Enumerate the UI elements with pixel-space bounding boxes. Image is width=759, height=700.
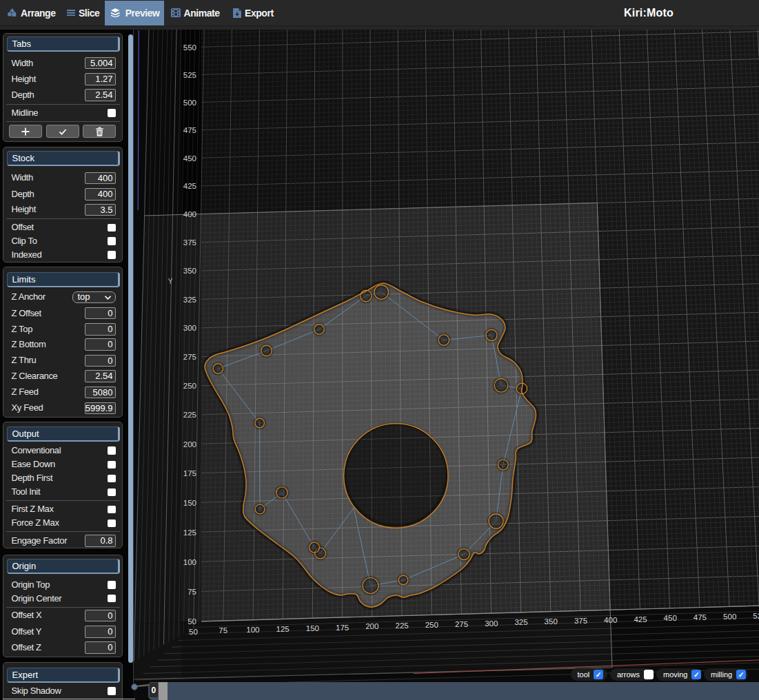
svg-text:475: 475 — [694, 613, 707, 621]
svg-text:250: 250 — [425, 621, 438, 629]
svg-text:375: 375 — [183, 238, 196, 247]
svg-text:150: 150 — [183, 499, 196, 507]
svg-text:350: 350 — [545, 617, 558, 626]
svg-text:200: 200 — [183, 440, 196, 449]
svg-text:175: 175 — [183, 469, 196, 477]
svg-text:250: 250 — [183, 382, 196, 390]
svg-text:200: 200 — [365, 622, 378, 630]
svg-text:450: 450 — [664, 614, 677, 622]
svg-text:550: 550 — [183, 43, 196, 52]
svg-text:300: 300 — [183, 324, 196, 332]
svg-text:125: 125 — [276, 625, 290, 633]
svg-text:125: 125 — [183, 528, 196, 537]
svg-text:425: 425 — [183, 182, 196, 190]
svg-text:75: 75 — [188, 588, 196, 596]
svg-text:225: 225 — [183, 411, 196, 419]
svg-text:350: 350 — [183, 267, 196, 275]
svg-text:500: 500 — [183, 99, 196, 107]
svg-text:100: 100 — [183, 558, 196, 566]
svg-text:325: 325 — [514, 618, 527, 626]
svg-text:50: 50 — [188, 617, 196, 626]
svg-text:375: 375 — [574, 617, 587, 625]
svg-text:325: 325 — [183, 296, 196, 304]
svg-text:500: 500 — [723, 612, 736, 621]
svg-text:525: 525 — [753, 612, 759, 620]
svg-text:275: 275 — [455, 620, 468, 628]
svg-text:Y: Y — [168, 278, 173, 285]
svg-text:100: 100 — [246, 626, 259, 634]
svg-text:175: 175 — [336, 624, 349, 632]
svg-text:400: 400 — [604, 616, 617, 624]
svg-text:475: 475 — [183, 126, 196, 134]
svg-text:450: 450 — [183, 154, 196, 163]
svg-text:425: 425 — [634, 615, 647, 624]
svg-text:50: 50 — [189, 628, 198, 636]
svg-text:300: 300 — [485, 619, 498, 628]
svg-text:275: 275 — [183, 353, 196, 361]
svg-text:150: 150 — [306, 624, 319, 632]
svg-text:525: 525 — [183, 71, 196, 79]
svg-text:75: 75 — [219, 626, 227, 635]
svg-text:225: 225 — [396, 621, 409, 630]
svg-text:400: 400 — [183, 210, 196, 218]
